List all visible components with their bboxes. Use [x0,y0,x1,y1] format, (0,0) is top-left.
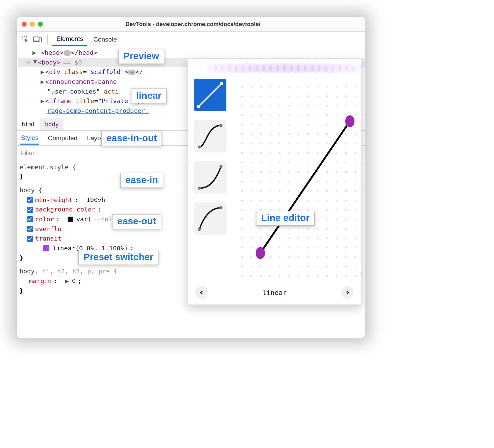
crumb-body[interactable]: body [40,118,64,130]
device-toolbar-icon[interactable] [32,34,43,45]
callout-ease-in-out: ease-in-out [101,131,162,146]
subtab-styles[interactable]: Styles [20,131,39,145]
preset-ease-out[interactable] [194,202,226,235]
callout-preset-switcher: Preset switcher [78,250,158,265]
svg-point-8 [220,124,223,127]
svg-line-4 [199,83,222,106]
svg-point-7 [198,146,201,149]
next-preset-button[interactable] [341,286,354,299]
svg-point-5 [197,105,200,108]
prev-preset-button[interactable] [195,286,208,299]
titlebar: DevTools - developer.chrome.com/docs/dev… [17,17,365,32]
window-title: DevTools - developer.chrome.com/docs/dev… [26,21,360,28]
dom-node-head[interactable]: ▶ <head>⋯</head> [18,48,365,58]
svg-point-10 [220,165,223,168]
tab-console[interactable]: Console [89,33,121,46]
svg-line-13 [260,121,350,253]
animation-preview [207,62,356,75]
devtools-window: DevTools - developer.chrome.com/docs/dev… [17,17,365,338]
preset-list [194,79,227,283]
preset-linear[interactable] [194,79,226,111]
collapsed-pill[interactable]: ⋯ [128,70,135,75]
expand-icon[interactable]: ▶ [41,67,45,77]
expand-icon[interactable]: ▶ [41,96,45,106]
svg-point-6 [220,82,223,85]
line-editor-canvas[interactable] [234,79,356,283]
subtab-computed[interactable]: Computed [47,132,78,144]
panel-body: ▶ <head>⋯</head> ⋯ ▶ <body> == $0 ▶<div … [17,47,365,338]
callout-linear: linear [131,89,167,103]
toggle-checkbox[interactable] [27,216,33,222]
crumb-html[interactable]: html [17,118,40,130]
toggle-checkbox[interactable] [27,207,33,213]
svg-point-11 [198,228,201,231]
toggle-checkbox[interactable] [27,226,33,232]
callout-line-editor: Line editor [256,211,315,226]
svg-point-12 [220,206,223,209]
expand-icon[interactable]: ▶ [31,60,41,65]
expand-icon[interactable]: ▶ [41,77,45,87]
current-preset-label: linear [262,289,287,297]
preset-ease-in[interactable] [194,161,226,194]
preset-ease-in-out[interactable] [194,120,226,152]
control-point-start[interactable] [256,247,265,259]
callout-ease-out: ease-out [112,214,161,229]
collapsed-pill[interactable]: ⋯ [64,50,71,56]
inspect-icon[interactable] [20,34,30,45]
easing-editor-popover: linear [188,59,362,305]
separator [47,35,48,44]
easing-swatch-icon[interactable] [43,245,49,251]
svg-point-9 [198,187,201,190]
color-swatch[interactable] [68,217,73,222]
control-point-end[interactable] [345,115,354,127]
callout-preview: Preview [118,49,164,64]
expand-icon[interactable]: ▶ [65,276,70,286]
svg-rect-1 [34,37,39,41]
toggle-checkbox[interactable] [27,197,33,203]
expand-icon[interactable]: ▶ [32,48,37,58]
toggle-checkbox[interactable] [27,236,33,242]
callout-ease-in: ease-in [120,173,163,188]
tab-elements[interactable]: Elements [52,32,87,46]
preset-switcher: linear [188,283,361,304]
main-toolbar: Elements Console [17,32,365,47]
